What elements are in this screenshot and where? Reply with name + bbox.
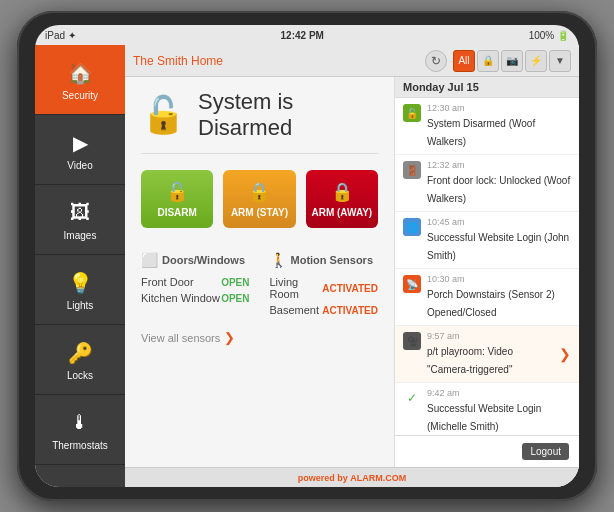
- motion-sensors-title: 🚶 Motion Sensors: [270, 252, 379, 268]
- activity-list: 🔓 12:30 am System Disarmed (Woof Walkers…: [395, 98, 579, 435]
- sensor-row-kitchen-window: Kitchen Window OPEN: [141, 290, 250, 306]
- front-door-status: OPEN: [221, 277, 249, 288]
- content-area: The Smith Home ↻ All 🔒 📷 ⚡ ▼: [125, 45, 579, 487]
- sidebar-label-security: Security: [62, 90, 98, 101]
- status-bar: iPad ✦ 12:42 PM 100% 🔋: [35, 25, 579, 45]
- view-all-label: View all sensors: [141, 332, 220, 344]
- doors-windows-group: ⬜ Doors/Windows Front Door OPEN Kitchen …: [141, 252, 250, 318]
- thermostats-icon: 🌡: [66, 409, 94, 437]
- filter-buttons: All 🔒 📷 ⚡ ▼: [453, 50, 571, 72]
- logout-button[interactable]: Logout: [522, 443, 569, 460]
- powered-by-label: powered by: [298, 473, 348, 483]
- filter-all-button[interactable]: All: [453, 50, 475, 72]
- activity-bottom: Logout: [395, 435, 579, 467]
- activity-content: 9:57 am p/t playroom: Video "Camera-trig…: [427, 331, 553, 377]
- activity-time: 9:42 am: [427, 388, 571, 398]
- motion-sensors-group: 🚶 Motion Sensors Living Room ACTIVATED B…: [270, 252, 379, 318]
- activity-item: 🚪 12:32 am Front door lock: Unlocked (Wo…: [395, 155, 579, 212]
- sidebar-label-images: Images: [64, 230, 97, 241]
- arm-away-label: ARM (AWAY): [311, 207, 372, 218]
- refresh-button[interactable]: ↻: [425, 50, 447, 72]
- view-all-arrow-icon: ❯: [224, 330, 235, 345]
- filter-activity-button[interactable]: ⚡: [525, 50, 547, 72]
- filter-dropdown-button[interactable]: ▼: [549, 50, 571, 72]
- disarm-label: DISARM: [157, 207, 196, 218]
- home-name: The Smith Home: [133, 54, 223, 68]
- activity-content: 9:42 am Successful Website Login (Michel…: [427, 388, 571, 434]
- living-room-name: Living Room: [270, 276, 323, 300]
- sidebar-label-lights: Lights: [67, 300, 94, 311]
- filter-video-button[interactable]: 📷: [501, 50, 523, 72]
- activity-time: 10:45 am: [427, 217, 571, 227]
- status-bar-time: 12:42 PM: [281, 30, 324, 41]
- ipad-inner: iPad ✦ 12:42 PM 100% 🔋 🏠 Security ▶ Vide…: [35, 25, 579, 487]
- sidebar-label-video: Video: [67, 160, 92, 171]
- activity-content: 10:45 am Successful Website Login (John …: [427, 217, 571, 263]
- sidebar-item-locks[interactable]: 🔑 Locks: [35, 325, 125, 395]
- activity-arrow-icon: ❯: [559, 346, 571, 362]
- video-icon: ▶: [66, 129, 94, 157]
- images-icon: 🖼: [66, 199, 94, 227]
- activity-content: 10:30 am Porch Downstairs (Sensor 2) Ope…: [427, 274, 571, 320]
- system-status-section: 🔓 System is Disarmed: [141, 89, 378, 154]
- activity-content: 12:30 am System Disarmed (Woof Walkers): [427, 103, 571, 149]
- sidebar-item-images[interactable]: 🖼 Images: [35, 185, 125, 255]
- lights-icon: 💡: [66, 269, 94, 297]
- sidebar-item-lights[interactable]: 💡 Lights: [35, 255, 125, 325]
- activity-date: Monday Jul 15: [395, 77, 579, 98]
- activity-check-icon: ✓: [403, 389, 421, 407]
- front-door-name: Front Door: [141, 276, 194, 288]
- arm-buttons-group: 🔓 DISARM 🔒 ARM (STAY) 🔒 ARM (AWAY): [141, 170, 378, 228]
- activity-item: ✓ 9:42 am Successful Website Login (Mich…: [395, 383, 579, 435]
- system-status-title: System is Disarmed: [198, 89, 378, 141]
- activity-text: Successful Website Login (John Smith): [427, 232, 569, 261]
- view-all-sensors-link[interactable]: View all sensors ❯: [141, 330, 378, 345]
- sidebar-item-thermostats[interactable]: 🌡 Thermostats: [35, 395, 125, 465]
- activity-lock-icon: 🔓: [403, 104, 421, 122]
- arm-stay-button[interactable]: 🔒 ARM (STAY): [223, 170, 295, 228]
- basement-status: ACTIVATED: [322, 305, 378, 316]
- activity-content: 12:32 am Front door lock: Unlocked (Woof…: [427, 160, 571, 206]
- sensor-row-living-room: Living Room ACTIVATED: [270, 274, 379, 302]
- status-bar-left: iPad ✦: [45, 30, 76, 41]
- sidebar-item-video[interactable]: ▶ Video: [35, 115, 125, 185]
- main-panel: 🔓 System is Disarmed 🔓 DISARM 🔒 AR: [125, 77, 394, 467]
- activity-item-highlighted[interactable]: 🎥 9:57 am p/t playroom: Video "Camera-tr…: [395, 326, 579, 383]
- arm-stay-icon: 🔒: [248, 181, 270, 203]
- activity-door-icon: 🚪: [403, 161, 421, 179]
- activity-video-icon: 🎥: [403, 332, 421, 350]
- sensor-row-front-door: Front Door OPEN: [141, 274, 250, 290]
- sidebar-item-security[interactable]: 🏠 Security: [35, 45, 125, 115]
- ipad-frame: iPad ✦ 12:42 PM 100% 🔋 🏠 Security ▶ Vide…: [17, 11, 597, 501]
- living-room-status: ACTIVATED: [322, 283, 378, 294]
- body-split: 🔓 System is Disarmed 🔓 DISARM 🔒 AR: [125, 77, 579, 467]
- activity-text: Porch Downstairs (Sensor 2) Opened/Close…: [427, 289, 555, 318]
- activity-time: 12:30 am: [427, 103, 571, 113]
- activity-time: 9:57 am: [427, 331, 553, 341]
- activity-panel: Monday Jul 15 🔓 12:30 am System Disarmed…: [394, 77, 579, 467]
- system-lock-icon: 🔓: [141, 94, 186, 136]
- activity-time: 10:30 am: [427, 274, 571, 284]
- kitchen-window-status: OPEN: [221, 293, 249, 304]
- disarm-icon: 🔓: [166, 181, 188, 203]
- sidebar-label-thermostats: Thermostats: [52, 440, 108, 451]
- filter-lock-button[interactable]: 🔒: [477, 50, 499, 72]
- top-bar: The Smith Home ↻ All 🔒 📷 ⚡ ▼: [125, 45, 579, 77]
- activity-item: 🔓 12:30 am System Disarmed (Woof Walkers…: [395, 98, 579, 155]
- activity-web-icon: 🌐: [403, 218, 421, 236]
- screen: 🏠 Security ▶ Video 🖼 Images 💡 Lights 🔑: [35, 45, 579, 487]
- battery-label: 100% 🔋: [529, 30, 569, 41]
- motion-icon: 🚶: [270, 252, 287, 268]
- sensors-section: ⬜ Doors/Windows Front Door OPEN Kitchen …: [141, 252, 378, 318]
- arm-away-button[interactable]: 🔒 ARM (AWAY): [306, 170, 378, 228]
- activity-item: 📡 10:30 am Porch Downstairs (Sensor 2) O…: [395, 269, 579, 326]
- activity-sensor-icon: 📡: [403, 275, 421, 293]
- activity-text: Front door lock: Unlocked (Woof Walkers): [427, 175, 570, 204]
- home-icon: 🏠: [66, 59, 94, 87]
- disarm-button[interactable]: 🔓 DISARM: [141, 170, 213, 228]
- sidebar: 🏠 Security ▶ Video 🖼 Images 💡 Lights 🔑: [35, 45, 125, 487]
- kitchen-window-name: Kitchen Window: [141, 292, 220, 304]
- arm-away-icon: 🔒: [331, 181, 353, 203]
- locks-icon: 🔑: [66, 339, 94, 367]
- activity-text: p/t playroom: Video "Camera-triggered": [427, 346, 513, 375]
